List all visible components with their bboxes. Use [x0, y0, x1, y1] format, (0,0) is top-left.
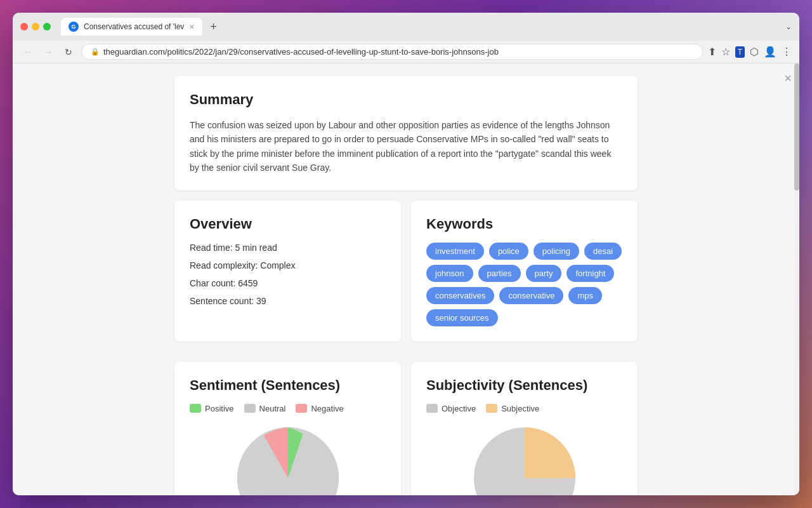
- toolbar-right: ⬆ ☆ T ⬡ 👤 ⋮: [708, 46, 792, 58]
- sentence-count-stat: Sentence count: 39: [190, 296, 386, 306]
- positive-legend-dot: [190, 404, 201, 413]
- overview-title: Overview: [190, 216, 386, 232]
- summary-card: Summary The confusion was seized upon by…: [174, 76, 638, 190]
- subjectivity-legend: Objective Subjective: [426, 404, 622, 413]
- charts-row: Sentiment (Sentences) Positive Neutral: [174, 362, 638, 495]
- keyword-tag[interactable]: conservative: [499, 287, 563, 304]
- active-tab[interactable]: G Conservatives accused of 'lev ×: [61, 18, 202, 36]
- neutral-legend-label: Neutral: [259, 404, 286, 413]
- sentiment-legend: Positive Neutral Negative: [190, 404, 386, 413]
- maximize-traffic-light[interactable]: [43, 23, 51, 30]
- subjectivity-pie-chart: [468, 421, 582, 495]
- tab-favicon: G: [69, 22, 79, 32]
- extension2-icon[interactable]: ⬡: [750, 46, 759, 58]
- keyword-tag[interactable]: parties: [478, 265, 521, 282]
- keywords-card: Keywords investmentpolicepolicingdesaijo…: [411, 201, 638, 342]
- keyword-tag[interactable]: party: [526, 265, 562, 282]
- neutral-legend-dot: [244, 404, 256, 413]
- subjectivity-title: Subjectivity (Sentences): [426, 377, 622, 394]
- menu-icon[interactable]: ⋮: [782, 46, 792, 58]
- keyword-tag[interactable]: fortnight: [566, 265, 614, 282]
- complexity-stat: Read complexity: Complex: [190, 260, 386, 271]
- extension1-icon[interactable]: T: [735, 46, 745, 58]
- page-content: × Summary The confusion was seized upon …: [13, 64, 799, 495]
- overview-card: Overview Read time: 5 min read Read comp…: [174, 201, 401, 342]
- subjectivity-pie-container: [426, 421, 622, 495]
- tabs-chevron-icon[interactable]: ⌄: [785, 22, 792, 31]
- new-tab-button[interactable]: +: [205, 18, 223, 36]
- subjective-legend-dot: [486, 404, 497, 413]
- subjectivity-card: Subjectivity (Sentences) Objective Subje…: [411, 362, 638, 495]
- sentiment-title: Sentiment (Sentences): [190, 377, 386, 394]
- profile-icon[interactable]: 👤: [764, 46, 776, 58]
- browser-window: G Conservatives accused of 'lev × + ⌄ ← …: [13, 13, 799, 495]
- lock-icon: 🔒: [91, 48, 100, 56]
- close-traffic-light[interactable]: [20, 23, 28, 30]
- negative-legend-dot: [296, 404, 307, 413]
- keyword-tag[interactable]: policing: [534, 243, 579, 260]
- negative-legend-item: Negative: [296, 404, 343, 413]
- keyword-tag[interactable]: conservatives: [426, 287, 494, 304]
- sentiment-pie-chart: [231, 421, 345, 495]
- address-text: theguardian.com/politics/2022/jan/29/con…: [103, 47, 499, 57]
- overview-keywords-row: Overview Read time: 5 min read Read comp…: [174, 201, 638, 352]
- neutral-legend-item: Neutral: [244, 404, 286, 413]
- share-icon[interactable]: ⬆: [708, 46, 716, 58]
- objective-legend-label: Objective: [442, 404, 476, 413]
- address-input[interactable]: 🔒 theguardian.com/politics/2022/jan/29/c…: [81, 44, 703, 60]
- objective-legend-dot: [426, 404, 438, 413]
- objective-legend-item: Objective: [426, 404, 476, 413]
- keyword-tag[interactable]: johnson: [426, 265, 473, 282]
- sentiment-card: Sentiment (Sentences) Positive Neutral: [174, 362, 401, 495]
- negative-legend-label: Negative: [311, 404, 343, 413]
- content-wrapper: Summary The confusion was seized upon by…: [174, 76, 638, 495]
- subjective-legend-item: Subjective: [486, 404, 539, 413]
- positive-legend-item: Positive: [190, 404, 234, 413]
- keywords-title: Keywords: [426, 216, 622, 232]
- sentiment-pie-container: [190, 421, 386, 495]
- keyword-tag[interactable]: police: [489, 243, 528, 260]
- back-button[interactable]: ←: [20, 44, 36, 60]
- tab-close-button[interactable]: ×: [189, 22, 194, 31]
- subjective-legend-label: Subjective: [501, 404, 539, 413]
- close-overlay-button[interactable]: ×: [784, 71, 792, 86]
- tab-title: Conservatives accused of 'lev: [84, 22, 184, 31]
- scrollbar-thumb[interactable]: [794, 64, 799, 190]
- keywords-grid: investmentpolicepolicingdesaijohnsonpart…: [426, 243, 622, 326]
- forward-button[interactable]: →: [41, 44, 56, 60]
- bookmark-icon[interactable]: ☆: [721, 46, 730, 58]
- keyword-tag[interactable]: desai: [584, 243, 622, 260]
- tab-bar: G Conservatives accused of 'lev × +: [61, 18, 780, 36]
- keyword-tag[interactable]: investment: [426, 243, 484, 260]
- keyword-tag[interactable]: mps: [568, 287, 602, 304]
- read-time-stat: Read time: 5 min read: [190, 243, 386, 253]
- refresh-button[interactable]: ↻: [61, 44, 76, 60]
- keyword-tag[interactable]: senior sources: [426, 309, 498, 326]
- minimize-traffic-light[interactable]: [32, 23, 39, 30]
- scrollbar-track: [794, 64, 799, 495]
- tab-bar-right: ⌄: [785, 22, 792, 31]
- summary-text: The confusion was seized upon by Labour …: [190, 118, 622, 175]
- traffic-lights: [20, 23, 51, 30]
- positive-legend-label: Positive: [205, 404, 234, 413]
- char-count-stat: Char count: 6459: [190, 278, 386, 288]
- address-bar: ← → ↻ 🔒 theguardian.com/politics/2022/ja…: [13, 41, 799, 64]
- title-bar: G Conservatives accused of 'lev × + ⌄: [13, 13, 799, 41]
- summary-title: Summary: [190, 91, 622, 108]
